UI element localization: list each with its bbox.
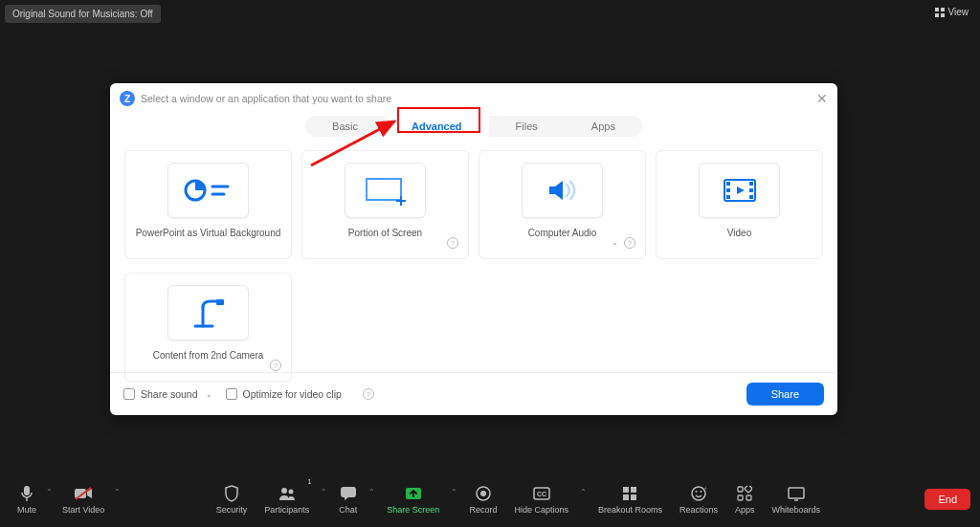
help-icon[interactable]: ? bbox=[363, 388, 374, 400]
svg-rect-2 bbox=[935, 13, 939, 17]
svg-rect-41 bbox=[738, 487, 743, 492]
chat-icon bbox=[340, 484, 357, 503]
chat-label: Chat bbox=[339, 505, 357, 515]
svg-rect-33 bbox=[623, 487, 629, 493]
participants-label: Participants bbox=[264, 505, 309, 515]
breakout-label: Breakout Rooms bbox=[598, 505, 662, 515]
svg-rect-36 bbox=[631, 494, 636, 500]
share-screen-icon bbox=[405, 484, 422, 503]
shield-icon bbox=[224, 484, 239, 503]
share-tabs: Basic Advanced Files Apps bbox=[110, 116, 837, 137]
apps-label: Apps bbox=[735, 505, 755, 515]
captions-icon: CC bbox=[533, 484, 550, 503]
chevron-down-icon[interactable]: ⌄ bbox=[612, 238, 618, 247]
original-sound-badge[interactable]: Original Sound for Musicians: Off bbox=[5, 5, 161, 23]
grid-icon bbox=[935, 8, 945, 17]
tab-apps[interactable]: Apps bbox=[565, 116, 642, 137]
view-button[interactable]: View bbox=[935, 7, 969, 17]
svg-rect-3 bbox=[941, 13, 945, 17]
record-button[interactable]: Record bbox=[461, 480, 504, 518]
checkbox-icon bbox=[226, 388, 237, 400]
svg-rect-42 bbox=[738, 495, 743, 500]
reactions-icon: + bbox=[691, 484, 706, 503]
card-video[interactable]: Video bbox=[656, 150, 823, 259]
hide-captions-button[interactable]: CC Hide Captions bbox=[506, 480, 576, 518]
card-2nd-camera[interactable]: Content from 2nd Camera ? bbox=[124, 273, 292, 382]
svg-rect-0 bbox=[935, 8, 939, 11]
portion-screen-icon bbox=[345, 163, 426, 218]
speaker-icon bbox=[522, 163, 603, 218]
microphone-icon bbox=[19, 484, 34, 503]
svg-point-26 bbox=[288, 490, 293, 494]
svg-point-30 bbox=[480, 491, 486, 496]
chevron-up-icon[interactable]: ⌃ bbox=[44, 488, 55, 496]
svg-rect-7 bbox=[367, 179, 401, 200]
help-icon[interactable]: ? bbox=[624, 237, 635, 249]
zoom-logo-icon: Z bbox=[120, 91, 135, 106]
record-icon bbox=[476, 484, 491, 503]
svg-rect-44 bbox=[745, 486, 752, 493]
svg-point-37 bbox=[692, 487, 705, 500]
reactions-label: Reactions bbox=[679, 505, 718, 515]
apps-icon bbox=[737, 484, 752, 503]
close-button[interactable]: ✕ bbox=[816, 91, 828, 106]
tab-files[interactable]: Files bbox=[489, 116, 565, 137]
optimize-label: Optimize for video clip bbox=[243, 388, 342, 400]
start-video-label: Start Video bbox=[62, 505, 104, 515]
share-sound-label: Share sound bbox=[141, 388, 198, 400]
apps-button[interactable]: Apps bbox=[727, 480, 763, 518]
mute-button[interactable]: Mute bbox=[10, 480, 44, 518]
optimize-checkbox[interactable]: Optimize for video clip bbox=[226, 388, 342, 400]
chevron-up-icon[interactable]: ⌃ bbox=[112, 488, 122, 496]
card-portion-screen[interactable]: Portion of Screen ? bbox=[301, 150, 469, 259]
breakout-icon bbox=[622, 484, 637, 503]
chevron-up-icon[interactable]: ⌃ bbox=[578, 488, 589, 496]
start-video-button[interactable]: Start Video bbox=[55, 480, 112, 518]
share-screen-dialog: Z Select a window or an application that… bbox=[110, 83, 837, 415]
chevron-up-icon[interactable]: ⌃ bbox=[319, 488, 329, 496]
svg-point-38 bbox=[695, 491, 697, 493]
share-sound-checkbox[interactable]: Share sound bbox=[123, 388, 198, 400]
participants-icon bbox=[278, 484, 297, 503]
svg-rect-34 bbox=[631, 487, 636, 493]
breakout-rooms-button[interactable]: Breakout Rooms bbox=[590, 480, 670, 518]
share-button[interactable]: Share bbox=[746, 383, 824, 406]
whiteboards-button[interactable]: Whiteboards bbox=[765, 480, 829, 518]
card-label: Portion of Screen bbox=[348, 228, 422, 238]
share-screen-label: Share Screen bbox=[387, 505, 439, 515]
participants-button[interactable]: 1 Participants bbox=[256, 480, 317, 518]
dialog-footer: Share sound ⌄ Optimize for video clip ? … bbox=[110, 372, 837, 415]
whiteboard-icon bbox=[788, 484, 805, 503]
end-meeting-button[interactable]: End bbox=[924, 489, 970, 510]
svg-rect-45 bbox=[789, 488, 804, 498]
card-label: Computer Audio bbox=[528, 228, 597, 238]
chevron-up-icon[interactable]: ⌃ bbox=[367, 488, 377, 496]
tab-basic[interactable]: Basic bbox=[305, 116, 385, 137]
chevron-up-icon[interactable]: ⌃ bbox=[449, 488, 459, 496]
help-icon[interactable]: ? bbox=[270, 360, 281, 371]
svg-rect-35 bbox=[623, 494, 629, 500]
svg-text:+: + bbox=[704, 486, 706, 492]
document-camera-icon bbox=[167, 285, 249, 340]
card-powerpoint-bg[interactable]: PowerPoint as Virtual Background bbox=[124, 150, 292, 259]
svg-rect-1 bbox=[941, 8, 945, 11]
share-screen-button[interactable]: Share Screen bbox=[379, 480, 447, 518]
card-label: PowerPoint as Virtual Background bbox=[136, 228, 281, 238]
svg-text:CC: CC bbox=[537, 491, 546, 497]
whiteboards-label: Whiteboards bbox=[772, 505, 821, 515]
svg-rect-11 bbox=[726, 182, 730, 186]
tab-advanced[interactable]: Advanced bbox=[385, 116, 489, 137]
security-button[interactable]: Security bbox=[209, 480, 256, 518]
reactions-button[interactable]: + Reactions bbox=[672, 480, 725, 518]
svg-rect-43 bbox=[746, 495, 751, 500]
chat-button[interactable]: Chat bbox=[331, 480, 365, 518]
svg-point-25 bbox=[281, 488, 287, 494]
card-computer-audio[interactable]: Computer Audio ⌄ ? bbox=[479, 150, 646, 259]
chevron-down-icon[interactable]: ⌄ bbox=[206, 390, 212, 399]
help-icon[interactable]: ? bbox=[447, 237, 458, 249]
svg-rect-12 bbox=[726, 188, 730, 192]
svg-rect-13 bbox=[726, 195, 730, 199]
hide-captions-label: Hide Captions bbox=[514, 505, 568, 515]
svg-rect-27 bbox=[341, 487, 356, 497]
meeting-toolbar: Mute ⌃ Start Video ⌃ Security 1 Particip… bbox=[0, 472, 980, 527]
